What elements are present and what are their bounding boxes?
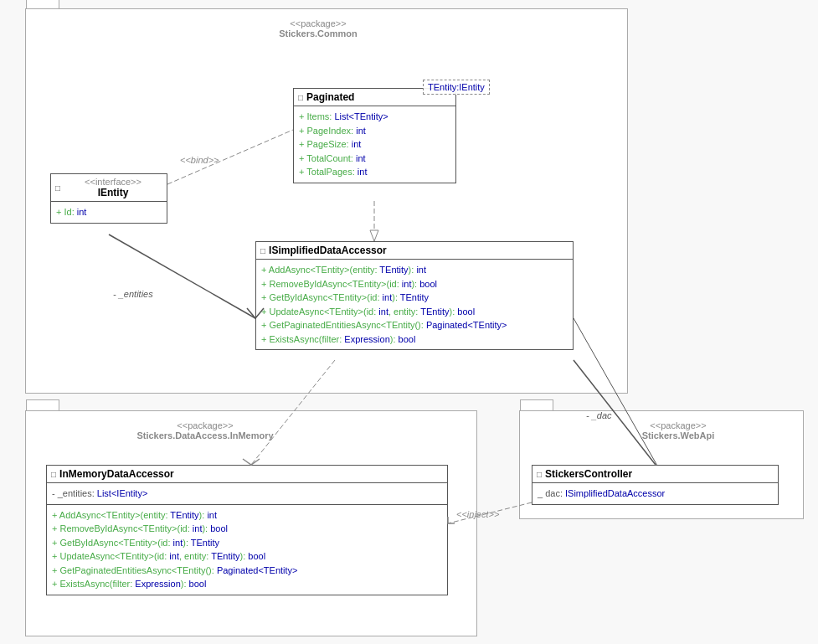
class-inmemory-section2: + AddAsync<TEntity>(entity: TEntity): in…	[47, 505, 447, 595]
attr-inmemory-4: + GetPaginatedEntitiesAsync<TEntity(): P…	[52, 564, 442, 578]
class-isda-header: □ ISimplifiedDataAccessor	[256, 242, 573, 260]
template-text-paginated: TEntity:IEntity	[428, 82, 485, 92]
attr-isda-2: + GetByIdAsync<TEntity>(id: int): TEntit…	[261, 291, 568, 305]
package-webapi-tab	[520, 399, 553, 411]
class-stickersctrl-header: □ StickersController	[532, 466, 778, 483]
class-paginated: □ Paginated + Items: List<TEntity> + Pag…	[293, 88, 456, 183]
attr-inmemory-3: + UpdateAsync<TEntity>(id: int, entity: …	[52, 549, 442, 564]
collapse-icon-stickersctrl[interactable]: □	[537, 470, 542, 479]
collapse-icon-inmemory[interactable]: □	[51, 470, 56, 479]
attr-inmemory-5: + ExistsAsync(filter: Expression): bool	[52, 577, 442, 591]
attr-paginated-0: + Items: List<TEntity>	[299, 110, 450, 124]
class-isda: □ ISimplifiedDataAccessor + AddAsync<TEn…	[255, 241, 574, 350]
package-common-stereotype: <<package>>	[234, 18, 402, 28]
attr-ientity-0: + Id: int	[56, 205, 162, 219]
collapse-icon-ientity[interactable]: □	[55, 183, 60, 193]
class-stickersctrl-attrs: _ dac: ISimplifiedDataAccessor	[532, 483, 778, 504]
attr-stickersctrl-0: _ dac: ISimplifiedDataAccessor	[538, 487, 773, 501]
diagram-container: <<package>> Stickers.Common <<package>> …	[0, 0, 818, 644]
attr-isda-1: + RemoveByIdAsync<TEntity>(id: int): boo…	[261, 277, 568, 291]
package-inmemory-name: Stickers.DataAccess.InMemory	[100, 430, 310, 440]
attr-isda-3: + UpdateAsync<TEntity>(id: int, entity: …	[261, 305, 568, 319]
package-webapi-label: <<package>> Stickers.WebApi	[603, 420, 754, 440]
package-inmemory-stereotype: <<package>>	[100, 420, 310, 430]
class-stickersctrl-name: StickersController	[545, 468, 632, 480]
attr-isda-4: + GetPaginatedEntitiesAsync<TEntity(): P…	[261, 318, 568, 332]
attr-paginated-2: + PageSize: int	[299, 137, 450, 152]
class-inmemory-header: □ InMemoryDataAccessor	[47, 466, 447, 483]
class-inmemory-section1: - _entities: List<IEntity>	[47, 483, 447, 505]
class-inmemory-name: InMemoryDataAccessor	[59, 468, 174, 480]
attr-paginated-3: + TotalCount: int	[299, 152, 450, 166]
attr-paginated-4: + TotalPages: int	[299, 165, 450, 179]
attr-inmemory-2: + GetByIdAsync<TEntity>(id: int): TEntit…	[52, 536, 442, 550]
attr-isda-5: + ExistsAsync(filter: Expression): bool	[261, 332, 568, 347]
template-box-paginated: TEntity:IEntity	[423, 80, 490, 95]
attr-paginated-1: + PageIndex: int	[299, 124, 450, 138]
package-inmemory-tab	[26, 399, 59, 411]
package-inmemory-label: <<package>> Stickers.DataAccess.InMemory	[100, 420, 310, 440]
package-common-name: Stickers.Common	[234, 28, 402, 39]
collapse-icon-paginated[interactable]: □	[298, 93, 303, 102]
collapse-icon-isda[interactable]: □	[260, 246, 265, 255]
attr-inmemory-field: - _entities: List<IEntity>	[52, 487, 442, 501]
class-ientity: □ <<interface>> IEntity + Id: int	[50, 173, 167, 224]
package-webapi-name: Stickers.WebApi	[603, 430, 754, 440]
package-common-label: <<package>> Stickers.Common	[234, 18, 402, 39]
class-inmemory: □ InMemoryDataAccessor - _entities: List…	[46, 465, 448, 595]
class-isda-name: ISimplifiedDataAccessor	[269, 245, 387, 256]
class-ientity-attrs: + Id: int	[51, 202, 167, 223]
class-ientity-header: □ <<interface>> IEntity	[51, 174, 167, 202]
attr-inmemory-1: + RemoveByIdAsync<TEntity>(id: int): boo…	[52, 522, 442, 536]
attr-inmemory-0: + AddAsync<TEntity>(entity: TEntity): in…	[52, 508, 442, 523]
package-webapi-stereotype: <<package>>	[603, 420, 754, 430]
class-stickersctrl: □ StickersController _ dac: ISimplifiedD…	[532, 465, 779, 505]
attr-isda-0: + AddAsync<TEntity>(entity: TEntity): in…	[261, 263, 568, 277]
package-common-tab	[26, 0, 59, 9]
class-isda-attrs: + AddAsync<TEntity>(entity: TEntity): in…	[256, 260, 573, 349]
class-ientity-name: IEntity	[98, 187, 129, 198]
class-ientity-stereotype: <<interface>>	[85, 177, 141, 187]
class-paginated-name: Paginated	[306, 91, 354, 103]
class-paginated-attrs: + Items: List<TEntity> + PageIndex: int …	[294, 106, 455, 183]
